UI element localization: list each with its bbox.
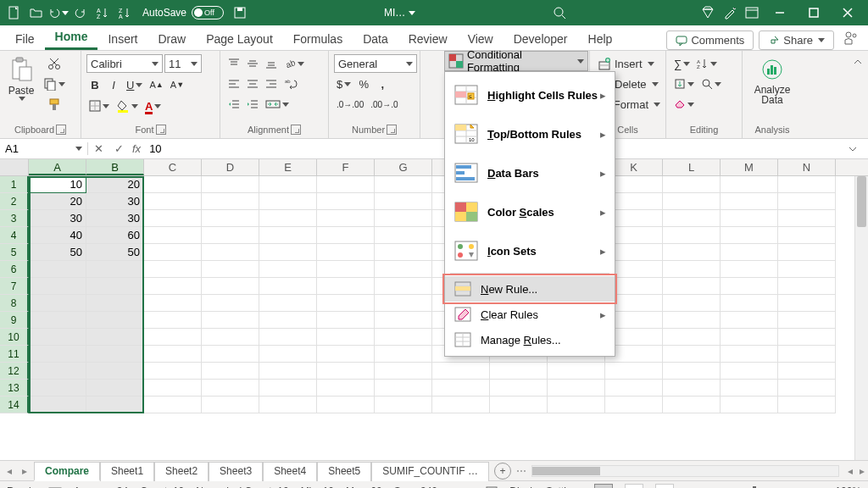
fill-icon[interactable] [671,75,697,93]
sort-filter-icon[interactable]: AZ [694,54,720,73]
sheet-tab[interactable]: Sheet3 [209,462,263,481]
cell[interactable] [778,227,836,244]
align-top-icon[interactable] [225,54,242,73]
menu-manage-rules[interactable]: Manage Rules... [445,327,615,352]
cell[interactable] [144,312,202,329]
bold-button[interactable]: B [86,75,103,94]
cell[interactable] [605,380,663,396]
cell[interactable] [202,329,259,346]
cell[interactable] [778,193,836,210]
borders-icon[interactable] [86,97,112,115]
orientation-icon[interactable]: ab [281,54,307,73]
row-header[interactable]: 10 [0,329,29,346]
analyze-data-button[interactable]: Analyze Data [746,53,798,108]
menu-highlight-cells-rules[interactable]: ≤ Highlight Cells Rules ▸ [445,75,615,114]
comma-format-icon[interactable]: , [374,75,391,93]
cell[interactable] [375,346,432,363]
cell[interactable] [721,396,778,413]
menu-data-bars[interactable]: Data Bars ▸ [445,153,615,192]
cell[interactable] [317,346,375,363]
cell[interactable] [317,193,375,210]
cell[interactable] [721,176,778,193]
vertical-scrollbar[interactable] [854,176,868,460]
cell[interactable] [202,363,259,380]
increase-decimal-icon[interactable]: .0→.00 [334,95,366,114]
cell[interactable] [663,176,721,193]
fx-icon[interactable]: fx [129,142,144,155]
column-header-D[interactable]: D [202,159,259,175]
cell[interactable] [259,210,317,227]
cell[interactable] [721,329,778,346]
cell[interactable] [778,396,836,413]
cell[interactable] [86,261,144,278]
hscroll-right[interactable]: ▸ [856,465,868,477]
cell[interactable] [317,278,375,295]
align-left-icon[interactable] [225,75,242,93]
column-header-B[interactable]: B [86,159,144,175]
tab-insert[interactable]: Insert [97,27,147,50]
cell[interactable] [375,329,432,346]
sheet-tab[interactable]: Sheet5 [317,462,371,481]
cell[interactable] [29,363,86,380]
cell[interactable] [202,176,259,193]
cell[interactable] [663,329,721,346]
copy-icon[interactable] [41,75,68,93]
new-file-icon[interactable] [3,2,25,24]
cell[interactable] [490,363,548,380]
cell[interactable] [778,261,836,278]
cell[interactable] [86,363,144,380]
cell[interactable]: 20 [29,193,86,210]
cell[interactable] [317,227,375,244]
sheet-tab[interactable]: Compare [34,462,100,481]
cell[interactable] [202,244,259,261]
cell[interactable] [721,295,778,312]
cell[interactable] [548,363,605,380]
cell[interactable] [663,295,721,312]
font-name-combo[interactable]: Calibri [86,54,163,73]
cell[interactable] [375,278,432,295]
row-header[interactable]: 12 [0,363,29,380]
maximize-icon[interactable] [797,2,831,24]
cell[interactable] [663,396,721,413]
cell[interactable] [778,295,836,312]
cell[interactable]: 30 [86,210,144,227]
cell[interactable] [663,261,721,278]
cell[interactable] [29,380,86,396]
cell[interactable] [259,329,317,346]
cell[interactable] [144,176,202,193]
sheet-nav-next[interactable]: ▸ [19,465,31,477]
menu-color-scales[interactable]: Color Scales ▸ [445,192,615,231]
display-settings-label[interactable]: Display Settings [509,485,582,489]
fill-color-icon[interactable] [114,97,141,115]
cell[interactable] [721,346,778,363]
sort-za-icon[interactable]: ZA [114,2,136,24]
row-header[interactable]: 9 [0,312,29,329]
comments-button[interactable]: Comments [666,30,754,50]
cell[interactable] [721,380,778,396]
cell[interactable] [317,261,375,278]
column-header-G[interactable]: G [375,159,432,175]
row-header[interactable]: 14 [0,396,29,413]
cell[interactable] [144,210,202,227]
cell[interactable] [86,380,144,396]
row-header[interactable]: 11 [0,346,29,363]
cell[interactable] [317,363,375,380]
column-header-F[interactable]: F [317,159,375,175]
cell[interactable] [144,244,202,261]
expand-formula-bar-icon[interactable] [848,144,868,154]
cell[interactable] [259,380,317,396]
column-header-C[interactable]: C [144,159,202,175]
cell[interactable] [375,176,432,193]
cell[interactable] [317,329,375,346]
autosum-icon[interactable]: ∑ [671,54,693,73]
enter-formula-icon[interactable]: ✓ [108,142,129,155]
cell[interactable] [86,312,144,329]
cell[interactable] [548,396,605,413]
sheet-tab[interactable]: SUMIF_COUNTIF … [371,462,489,481]
cell[interactable] [202,396,259,413]
cell[interactable] [29,312,86,329]
cell[interactable]: 10 [29,176,86,193]
tab-draw[interactable]: Draw [147,27,196,50]
cell[interactable] [29,295,86,312]
tab-help[interactable]: Help [578,27,623,50]
